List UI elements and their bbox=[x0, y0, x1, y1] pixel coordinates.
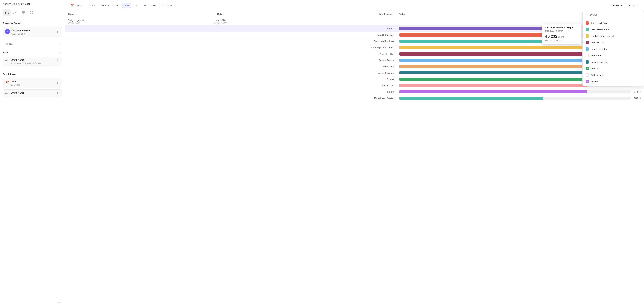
table-area: Event ▾ Date ▾ Event Nam bbox=[65, 11, 644, 307]
table-container[interactable]: Event ▾ Date ▾ Event Nam bbox=[65, 11, 644, 307]
value-cell: 28.82K bbox=[396, 95, 644, 101]
analyze-bar: Analyze Uniques by User ▾ bbox=[0, 0, 65, 7]
analyze-value-btn[interactable]: User ▾ bbox=[25, 2, 32, 5]
legend-item[interactable]: Add To Cart bbox=[583, 72, 644, 78]
event-name: $all_mtu_events bbox=[12, 29, 30, 32]
6m-button[interactable]: 6M bbox=[140, 3, 148, 8]
event-name-cell: Signup bbox=[265, 89, 396, 95]
col-event-name[interactable]: Event Name ▾ bbox=[265, 11, 396, 17]
col-date[interactable]: Date ▾ bbox=[176, 11, 265, 17]
event-sort-icon: ▾ bbox=[75, 13, 76, 15]
legend-item-label: Item Detail Page bbox=[590, 22, 608, 24]
legend-item-label: Browse bbox=[590, 67, 598, 70]
filter-add-button[interactable]: + bbox=[58, 50, 62, 55]
linear-button[interactable]: ⟋ Linear ▾ bbox=[607, 2, 625, 8]
legend-checkbox[interactable]: ✓ bbox=[586, 34, 589, 38]
tooltip-subtitle: Mar 2020 / Search bbox=[545, 30, 578, 32]
3m-button[interactable]: 3M bbox=[132, 3, 140, 8]
tab-chart-icon[interactable] bbox=[3, 9, 11, 16]
sidebar-collapse-button[interactable]: ⊣ bbox=[56, 297, 62, 303]
yesterday-button[interactable]: Yesterday bbox=[98, 3, 113, 8]
svg-rect-9 bbox=[32, 13, 34, 14]
value-cell: 37.57K bbox=[396, 89, 644, 95]
filter-card: Aa Event Name Is not Identify, Merge, or… bbox=[3, 57, 62, 66]
legend-item[interactable]: ✓Landing Page Loaded bbox=[583, 33, 644, 39]
legend-item[interactable]: ✓Signup bbox=[583, 78, 644, 85]
table-row: Abandon Cart bbox=[65, 51, 644, 57]
event-name-sort-icon: ▾ bbox=[393, 13, 394, 15]
svg-rect-7 bbox=[32, 11, 34, 12]
tooltip-title: $all_mtu_events - Unique bbox=[545, 26, 578, 29]
tab-line-icon[interactable] bbox=[11, 9, 19, 16]
breakdown-eventname-more-button[interactable]: ⋮ bbox=[55, 91, 60, 95]
events-section: Events & Cohorts ▾ + A $all_mtu_events C… bbox=[0, 18, 65, 40]
breakdown-section: Breakdown + 📅 Date by Month ⋮ Aa Event N… bbox=[0, 69, 65, 100]
funnel-icon-svg bbox=[22, 11, 26, 15]
linear-icon: ⟋ bbox=[610, 4, 612, 7]
legend-item[interactable]: Share Item bbox=[583, 52, 644, 59]
svg-rect-6 bbox=[30, 11, 32, 12]
col-event[interactable]: Event ▾ bbox=[65, 11, 176, 17]
svg-rect-5 bbox=[23, 13, 24, 14]
12m-button[interactable]: 12M bbox=[149, 3, 158, 8]
legend-checkbox[interactable]: ✓ bbox=[586, 60, 589, 64]
7d-button[interactable]: 7D bbox=[114, 3, 122, 8]
analyze-label: Analyze Uniques by bbox=[3, 2, 24, 5]
filter-type-icon: Aa bbox=[5, 59, 9, 61]
legend-item-label: Abandon Cart bbox=[590, 41, 605, 44]
legend-item-label: Landing Page Loaded bbox=[590, 35, 614, 37]
event-name-cell: Experiment Started bbox=[265, 95, 396, 101]
calendar-icon: 📅 bbox=[71, 4, 74, 7]
table-row: Search Results37.82K bbox=[65, 57, 644, 63]
legend-item[interactable]: ✓Complete Purchase bbox=[583, 26, 644, 33]
legend-checkbox[interactable]: ✓ bbox=[586, 67, 589, 70]
event-name-cell: Item Detail Page bbox=[265, 32, 396, 38]
tab-grid-icon[interactable] bbox=[28, 9, 36, 16]
search-icon bbox=[585, 13, 588, 16]
breakdown-date-more-button[interactable]: ⋮ bbox=[55, 80, 60, 84]
custom-button[interactable]: 📅 Custom bbox=[69, 3, 86, 8]
legend-checkbox[interactable]: ✓ bbox=[586, 80, 589, 83]
event-name-cell: Search bbox=[265, 25, 396, 32]
legend-checkbox[interactable] bbox=[586, 54, 589, 57]
tooltip-unit: users bbox=[558, 35, 564, 38]
formulas-add-button[interactable]: + bbox=[58, 41, 62, 46]
legend-item[interactable]: ✓Review Payment bbox=[583, 59, 644, 65]
events-section-header: Events & Cohorts ▾ + bbox=[3, 21, 62, 25]
table-row: Review Payment37.66K bbox=[65, 70, 644, 76]
event-more-button[interactable]: ⋮ bbox=[55, 29, 60, 33]
events-add-button[interactable]: + bbox=[58, 21, 62, 25]
toolbar-left: 📅 Custom Today Yesterday 7D 30D 3M 6M 12… bbox=[69, 3, 606, 8]
legend-checkbox[interactable] bbox=[586, 73, 589, 77]
30d-button[interactable]: 30D bbox=[122, 3, 131, 8]
events-section-title[interactable]: Events & Cohorts ▾ bbox=[3, 22, 24, 24]
filter-section: Filter + Aa Event Name Is not Identify, … bbox=[0, 47, 65, 69]
grid-icon-svg bbox=[30, 11, 34, 15]
legend-checkbox[interactable]: ✓ bbox=[586, 47, 589, 51]
tab-funnel-icon[interactable] bbox=[20, 9, 28, 16]
legend-checkbox[interactable]: ✓ bbox=[586, 41, 589, 44]
today-button[interactable]: Today bbox=[86, 3, 97, 8]
legend-checkbox[interactable]: ✓ bbox=[586, 21, 589, 24]
bar-chevron-icon: ▾ bbox=[636, 4, 638, 7]
breakdown-date-subtext: by Month bbox=[11, 83, 20, 86]
bar-icon: ≡ bbox=[629, 4, 630, 7]
legend-item-label: Search Results bbox=[590, 48, 606, 50]
legend-item[interactable]: ✓Abandon Cart bbox=[583, 39, 644, 46]
bar-button[interactable]: ≡ Bar ▾ bbox=[626, 2, 640, 8]
breakdown-add-button[interactable]: + bbox=[58, 72, 62, 76]
event-name-cell: Abandon Cart bbox=[265, 51, 396, 57]
compare-button[interactable]: Compare ▾ bbox=[159, 3, 176, 8]
filter-more-button[interactable]: ⋮ bbox=[55, 59, 60, 62]
collapse-icon: ⊣ bbox=[58, 298, 60, 301]
event-card: A $all_mtu_events Count Unique ⋮ bbox=[3, 27, 62, 37]
legend-item[interactable]: ✓Item Detail Page bbox=[583, 20, 644, 26]
legend-item[interactable]: ✓Search Results bbox=[583, 46, 644, 52]
legend-search-input[interactable] bbox=[590, 13, 641, 16]
dropdown-panel: ✓Item Detail Page✓Complete Purchase✓Land… bbox=[582, 11, 644, 86]
table-row: Share Item37.8K bbox=[65, 63, 644, 70]
legend-item[interactable]: ✓Browse bbox=[583, 65, 644, 72]
compare-chevron-icon: ▾ bbox=[172, 4, 174, 7]
legend-checkbox[interactable]: ✓ bbox=[586, 28, 589, 31]
calendar-icon: 📅 bbox=[5, 81, 9, 84]
